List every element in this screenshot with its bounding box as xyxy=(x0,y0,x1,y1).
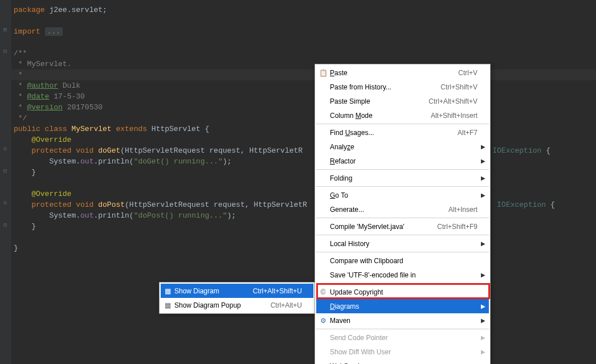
menu-column-mode[interactable]: Column Mode Alt+Shift+Insert xyxy=(316,108,489,122)
menu-shortcut: Ctrl+Alt+U xyxy=(271,301,302,309)
menu-separator xyxy=(316,169,489,170)
menu-label: Diagrams xyxy=(330,302,477,310)
menu-label: Folding xyxy=(330,174,477,182)
menu-show-diagram[interactable]: ▦ Show Diagram Ctrl+Alt+Shift+U xyxy=(161,284,313,298)
menu-folding[interactable]: Folding ▶ xyxy=(316,171,489,185)
menu-shortcut: Alt+Insert xyxy=(448,206,477,214)
menu-save-encoding[interactable]: Save 'UTF-8'-encoded file in ▶ xyxy=(316,268,489,282)
menu-label: Compare with Clipboard xyxy=(330,257,477,265)
menu-maven[interactable]: ⚙ Maven ▶ xyxy=(316,313,489,328)
menu-paste-simple[interactable]: Paste Simple Ctrl+Alt+Shift+V xyxy=(316,94,489,108)
menu-paste-history[interactable]: Paste from History... Ctrl+Shift+V xyxy=(316,80,489,94)
gutter: ⊞ ⊟ o ⊟ o ⊟ xyxy=(0,0,11,364)
menu-separator xyxy=(316,235,489,235)
menu-label: Update Copyright xyxy=(330,288,477,296)
menu-label: Local History xyxy=(330,240,477,248)
menu-webservices[interactable]: WebServices ▶ xyxy=(316,359,489,364)
menu-local-history[interactable]: Local History ▶ xyxy=(316,236,489,251)
menu-label: Compile 'MyServlet.java' xyxy=(330,223,437,231)
menu-analyze[interactable]: Analyze ▶ xyxy=(316,140,489,154)
override-icon[interactable]: o xyxy=(2,146,9,153)
menu-refactor[interactable]: Refactor ▶ xyxy=(316,154,489,168)
chevron-right-icon: ▶ xyxy=(481,175,485,181)
fold-close-icon[interactable]: ⊟ xyxy=(2,167,9,174)
code-area[interactable]: package j2ee.servlet; import ... /** * M… xyxy=(11,5,596,253)
chevron-right-icon: ▶ xyxy=(481,192,485,198)
diagrams-submenu: ▦ Show Diagram Ctrl+Alt+Shift+U ▦ Show D… xyxy=(159,282,315,314)
menu-label: Analyze xyxy=(330,143,477,151)
menu-find-usages[interactable]: Find Usages... Alt+F7 xyxy=(316,125,489,140)
fold-plus-icon[interactable]: ⊞ xyxy=(2,26,9,33)
menu-compile[interactable]: Compile 'MyServlet.java' Ctrl+Shift+F9 xyxy=(316,219,489,234)
code-editor[interactable]: ⊞ ⊟ o ⊟ o ⊟ package j2ee.servlet; import… xyxy=(0,0,596,253)
menu-label: Paste from History... xyxy=(330,83,440,91)
menu-separator xyxy=(316,329,489,329)
fold-minus-icon[interactable]: ⊟ xyxy=(2,48,9,55)
diagram-icon: ▦ xyxy=(163,301,172,310)
menu-send-code-pointer: Send Code Pointer ▶ xyxy=(316,330,489,345)
menu-diagrams[interactable]: Diagrams ▶ xyxy=(316,299,489,313)
menu-shortcut: Ctrl+Shift+F9 xyxy=(437,223,477,231)
fold-close-icon[interactable]: ⊟ xyxy=(2,222,9,228)
menu-label: Column Mode xyxy=(330,112,431,120)
menu-separator xyxy=(316,124,489,124)
chevron-right-icon: ▶ xyxy=(481,303,485,309)
chevron-right-icon: ▶ xyxy=(481,317,485,324)
menu-compare-clipboard[interactable]: Compare with Clipboard xyxy=(316,253,489,268)
menu-shortcut: Ctrl+Shift+V xyxy=(440,83,477,91)
menu-show-diagram-popup[interactable]: ▦ Show Diagram Popup Ctrl+Alt+U xyxy=(161,298,313,312)
menu-label: Maven xyxy=(330,317,477,325)
copyright-icon: © xyxy=(319,288,328,297)
menu-label: Generate... xyxy=(330,206,448,214)
menu-separator xyxy=(316,186,489,187)
menu-goto[interactable]: Go To ▶ xyxy=(316,188,489,202)
menu-label: Go To xyxy=(330,191,477,199)
menu-label: Save 'UTF-8'-encoded file in xyxy=(330,271,477,279)
menu-shortcut: Alt+F7 xyxy=(458,129,477,137)
paste-icon: 📋 xyxy=(319,68,328,77)
chevron-right-icon: ▶ xyxy=(481,144,485,150)
menu-label: Show Diagram Popup xyxy=(174,301,271,309)
menu-show-diff-user: Show Diff With User ▶ xyxy=(316,345,489,359)
menu-separator xyxy=(316,252,489,252)
chevron-right-icon: ▶ xyxy=(481,272,485,278)
menu-generate[interactable]: Generate... Alt+Insert xyxy=(316,202,489,216)
chevron-right-icon: ▶ xyxy=(481,158,485,164)
menu-label: Show Diff With User xyxy=(330,348,477,356)
menu-separator xyxy=(316,283,489,284)
menu-update-copyright[interactable]: © Update Copyright xyxy=(316,285,489,299)
menu-label: Send Code Pointer xyxy=(330,334,477,342)
chevron-right-icon: ▶ xyxy=(481,334,485,341)
menu-paste[interactable]: 📋 Paste Ctrl+V xyxy=(316,66,489,80)
chevron-right-icon: ▶ xyxy=(481,349,485,355)
diagram-icon: ▦ xyxy=(163,287,172,296)
menu-shortcut: Ctrl+Alt+Shift+U xyxy=(253,287,302,295)
menu-label: WebServices xyxy=(330,362,477,365)
menu-shortcut: Alt+Shift+Insert xyxy=(431,112,477,120)
menu-shortcut: Ctrl+Alt+Shift+V xyxy=(428,97,477,105)
menu-separator xyxy=(316,218,489,218)
menu-label: Show Diagram xyxy=(174,287,253,295)
menu-label: Refactor xyxy=(330,157,477,165)
chevron-right-icon: ▶ xyxy=(481,240,485,247)
menu-shortcut: Ctrl+V xyxy=(458,69,477,77)
menu-label: Find Usages... xyxy=(330,129,458,137)
override-icon[interactable]: o xyxy=(2,200,9,207)
menu-label: Paste xyxy=(330,69,458,77)
context-menu: 📋 Paste Ctrl+V Paste from History... Ctr… xyxy=(315,64,491,364)
menu-label: Paste Simple xyxy=(330,97,428,105)
maven-icon: ⚙ xyxy=(319,316,328,325)
